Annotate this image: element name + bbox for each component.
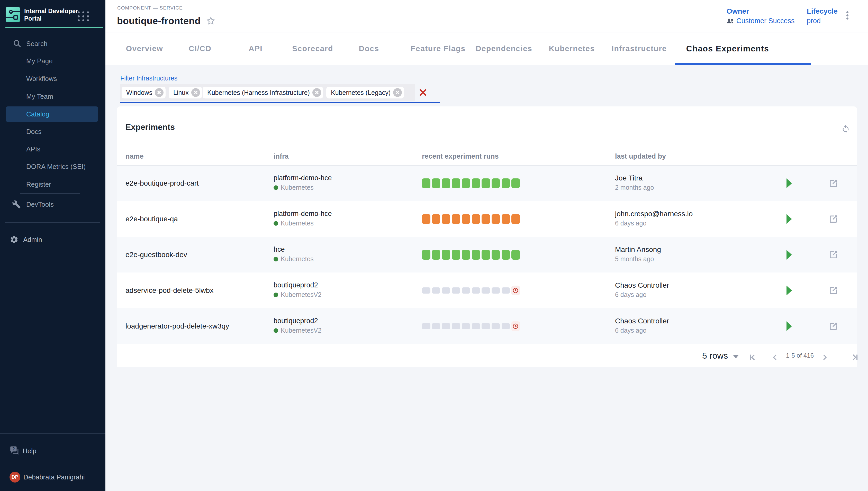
- svg-text:?: ?: [12, 446, 15, 452]
